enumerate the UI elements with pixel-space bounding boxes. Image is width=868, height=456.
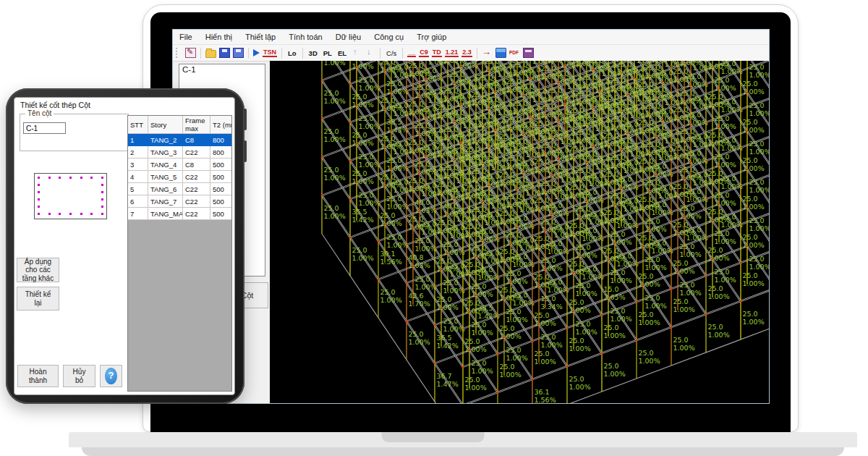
page: FileHiển thịThiết lậpTính toánDữ liệuCôn… (0, 0, 868, 456)
up-arrow-icon[interactable] (351, 48, 362, 58)
reinforcement-label: 25.01.00% (561, 61, 582, 69)
rebar-dot (101, 184, 103, 186)
laptop-notch (382, 432, 485, 442)
screen-icon[interactable] (495, 48, 506, 58)
column-name-input[interactable] (23, 122, 66, 134)
tablet-mockup: Thiết kế cốt thép Cột Tên cột Áp dụng ch… (6, 88, 244, 404)
rebar-dot (48, 177, 51, 179)
3d-wireframe: 25.01.00%25.01.00%25.01.00%25.01.00%25.0… (270, 61, 770, 404)
tablet-power-button (244, 140, 247, 162)
l21-button[interactable]: 1.21 (445, 48, 459, 57)
rebar-dot (90, 213, 93, 215)
save-icon[interactable] (219, 48, 230, 58)
table-row[interactable]: 7TANG_MAIC22500 (128, 208, 231, 220)
reinforcement-label: 25.01.00% (324, 61, 346, 67)
table-cell: C22 (183, 171, 210, 183)
reinforcement-label: 25.01.00% (456, 61, 478, 69)
table-row[interactable]: 3TANG_4C8500 (128, 159, 231, 171)
table-cell: 500 (210, 183, 232, 195)
menu-item[interactable]: Hiển thị (199, 30, 239, 44)
run-icon[interactable] (253, 49, 260, 56)
structure-3d-view[interactable]: 25.01.00%25.01.00%25.01.00%25.01.00%25.0… (270, 61, 770, 404)
column-list-item[interactable]: C-1 (179, 64, 265, 75)
menu-bar: FileHiển thịThiết lậpTính toánDữ liệuCôn… (173, 30, 769, 45)
tsn-button[interactable]: TSN (263, 48, 277, 57)
laptop-base-lip (82, 447, 844, 456)
table-cell: 800 (210, 146, 232, 159)
table-cell: 500 (210, 195, 232, 208)
rebar-dot (48, 213, 51, 215)
toolbar-separator (402, 48, 403, 59)
c9-button[interactable]: C9 (419, 48, 429, 57)
menu-item[interactable]: Tính toán (282, 30, 328, 44)
reinforcement-label: 25.01.00% (532, 61, 554, 65)
table-header[interactable]: STT (128, 116, 148, 134)
menu-item[interactable]: Dữ liệu (329, 30, 368, 44)
table-cell: 6 (128, 195, 148, 208)
underline-button[interactable]: __ (407, 48, 416, 57)
pen-tool-icon[interactable] (185, 48, 196, 58)
table-row[interactable]: 2TANG_3C22800 (128, 146, 231, 159)
calculator-icon[interactable] (523, 48, 534, 58)
table-cell: C8 (183, 159, 210, 171)
open-folder-icon[interactable] (205, 50, 216, 58)
table-cell: TANG_3 (148, 146, 183, 159)
column-name-label: Tên cột (25, 109, 54, 117)
toolbar-separator (281, 48, 282, 59)
help-button[interactable]: ? (100, 365, 122, 387)
cancel-button[interactable]: Hủy bỏ (63, 365, 95, 387)
rebar-dot (38, 177, 40, 179)
table-cell: 500 (210, 159, 232, 171)
23-button[interactable]: 2.3 (461, 48, 472, 57)
toolbar: TSNLo3DPLELC/s__C9TD1.212.3 (173, 45, 769, 62)
lo-button[interactable]: Lo (286, 49, 298, 57)
export-icon[interactable] (482, 48, 493, 58)
table-cell: TANG_2 (148, 134, 183, 146)
down-arrow-icon[interactable] (365, 48, 375, 58)
rebar-dot (101, 191, 103, 193)
toolbar-separator (200, 48, 201, 59)
rebar-dot (80, 177, 82, 179)
rebar-dot (101, 198, 103, 200)
rebar-dot (101, 213, 103, 215)
table-cell: C22 (183, 146, 210, 159)
help-icon: ? (105, 368, 117, 384)
app-window: FileHiển thịThiết lậpTính toánDữ liệuCôn… (172, 29, 770, 404)
table-header[interactable]: Frame max (183, 116, 210, 134)
menu-item[interactable]: Trợ giúp (410, 30, 453, 44)
table-cell: 4 (128, 171, 148, 183)
rebar-dot (59, 177, 61, 179)
apply-other-stories-button[interactable]: Áp dụng cho các tầng khác (17, 258, 59, 282)
td-button[interactable]: TD (432, 48, 442, 57)
table-row[interactable]: 6TANG_7C22500 (128, 195, 231, 208)
story-table[interactable]: STTStoryFrame maxT2 (mm)1TANG_2C88002TAN… (127, 115, 232, 392)
table-header[interactable]: Story (148, 116, 183, 134)
table-cell: TANG_6 (148, 183, 183, 195)
toolbar-separator (477, 48, 477, 59)
table-cell: C22 (183, 195, 210, 208)
save-all-icon[interactable] (233, 48, 244, 58)
menu-item[interactable]: Thiết lập (239, 30, 282, 44)
view-3d-button[interactable]: 3D (307, 49, 319, 57)
table-row[interactable]: 1TANG_2C8800 (128, 134, 231, 146)
table-header[interactable]: T2 (mm) (210, 116, 232, 134)
toolbar-separator (248, 48, 249, 59)
redesign-button[interactable]: Thiết kế lại (17, 287, 59, 311)
table-row[interactable]: 5TANG_6C22500 (128, 183, 231, 195)
finish-button[interactable]: Hoàn thành (17, 365, 59, 387)
reinforcement-label: 25.01.00% (352, 61, 374, 70)
menu-item[interactable]: Công cụ (367, 30, 410, 44)
rebar-dot (38, 206, 40, 208)
table-cell: 1 (128, 134, 148, 146)
el-button[interactable]: EL (336, 49, 348, 57)
tablet-volume-button (244, 109, 247, 130)
dialog-title: Thiết kế cốt thép Cột (20, 101, 90, 109)
table-cell: 800 (210, 134, 232, 146)
pl-button[interactable]: PL (322, 49, 333, 57)
rebar-dot (59, 213, 61, 215)
cs-button[interactable]: C/s (385, 49, 398, 57)
table-cell: C22 (183, 208, 210, 220)
menu-item[interactable]: File (173, 30, 199, 44)
table-row[interactable]: 4TANG_5C22500 (128, 171, 231, 183)
pdf-icon[interactable] (509, 48, 520, 58)
